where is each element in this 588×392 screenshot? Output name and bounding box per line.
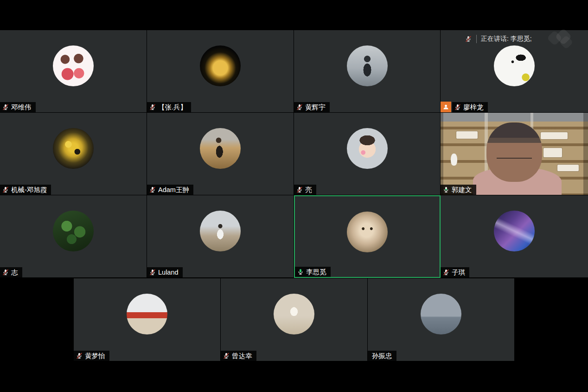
avatar — [53, 45, 94, 86]
participant-tile[interactable]: 孙振忠 — [368, 278, 514, 361]
avatar — [200, 211, 241, 251]
avatar — [53, 211, 94, 251]
participant-tile[interactable]: 机械-邓旭霞 — [0, 113, 147, 195]
participant-tile[interactable]: 曾达幸 — [221, 278, 367, 361]
mic-muted-icon — [296, 186, 303, 193]
mic-muted-icon — [2, 186, 9, 193]
nameplate: 孙振忠 — [368, 351, 396, 361]
nameplate: 子琪 — [441, 267, 469, 277]
nameplate: 曾达幸 — [221, 351, 256, 361]
participant-name: 黄梦怡 — [85, 351, 105, 361]
mic-muted-icon — [76, 352, 83, 360]
avatar — [200, 45, 241, 86]
participant-name: 志 — [11, 267, 18, 277]
book-decor — [557, 165, 579, 171]
nameplate: 邓维伟 — [0, 102, 36, 112]
participant-tile[interactable]: 郭建文 — [441, 113, 588, 195]
mic-muted-icon — [2, 269, 9, 276]
nameplate: 郭建文 — [441, 185, 476, 195]
avatar — [347, 45, 388, 86]
participant-name: 【张.兵】 — [158, 102, 187, 112]
participant-name: 黄辉宇 — [305, 102, 326, 112]
participant-name: Adam王翀 — [158, 185, 189, 195]
mic-muted-icon — [149, 269, 156, 276]
participant-tile[interactable]: Luland — [147, 195, 294, 277]
participant-tile-active-speaker[interactable]: 李思觅 — [294, 195, 441, 278]
participant-tile[interactable]: 亮 — [294, 113, 440, 195]
mic-muted-icon — [223, 352, 230, 360]
participant-name: 邓维伟 — [11, 102, 32, 112]
person-glasses — [497, 152, 532, 159]
participant-tile[interactable]: 志 — [0, 195, 147, 277]
video-feed — [441, 113, 588, 195]
speaking-indicator-text: 正在讲话: 李思觅; — [481, 35, 532, 43]
mic-active-icon — [297, 268, 304, 276]
avatar — [53, 128, 94, 169]
participant-tile[interactable]: 子琪 — [441, 195, 588, 277]
divider — [476, 35, 477, 43]
participant-name: 孙振忠 — [372, 351, 392, 361]
meeting-window: 邓维伟 【张.兵】 黄辉宇 廖梓龙 机械-邓旭霞 — [0, 0, 588, 392]
participant-tile[interactable]: 【张.兵】 — [147, 30, 294, 112]
participant-tile[interactable]: 邓维伟 — [0, 30, 147, 112]
nameplate: 机械-邓旭霞 — [0, 185, 51, 195]
nameplate: 廖梓龙 — [452, 102, 488, 112]
avatar — [200, 128, 241, 169]
participant-name: 亮 — [305, 185, 312, 195]
participant-name: 李思觅 — [306, 267, 326, 277]
nameplate: Adam王翀 — [147, 185, 193, 195]
participant-name: 机械-邓旭霞 — [11, 185, 47, 195]
vase-decor — [451, 154, 457, 166]
mic-on-icon — [442, 186, 450, 193]
nameplate: 黄辉宇 — [294, 102, 330, 112]
mic-muted-icon — [465, 35, 472, 43]
nameplate: Luland — [147, 267, 183, 277]
avatar — [421, 294, 461, 334]
avatar — [347, 128, 388, 169]
speaking-indicator: 正在讲话: 李思觅; — [465, 33, 532, 45]
nameplate: 【张.兵】 — [147, 102, 191, 112]
avatar — [274, 294, 314, 334]
nameplate: 亮 — [294, 185, 316, 195]
avatar — [347, 212, 388, 252]
mic-muted-icon — [2, 103, 9, 111]
participant-tile[interactable]: 黄梦怡 — [74, 278, 220, 361]
book-decor — [456, 131, 478, 139]
meeting-logo-watermark — [547, 30, 575, 49]
book-decor — [543, 148, 562, 157]
book-decor — [541, 132, 568, 139]
mic-muted-icon — [442, 269, 450, 276]
participant-name: 郭建文 — [452, 185, 472, 195]
avatar — [494, 45, 535, 86]
participant-name: 子琪 — [452, 267, 465, 277]
participant-name: 曾达幸 — [232, 351, 252, 361]
participant-name: 廖梓龙 — [463, 102, 484, 112]
mic-muted-icon — [454, 103, 461, 111]
participant-tile[interactable]: 黄辉宇 — [294, 30, 440, 112]
participant-tile[interactable]: Adam王翀 — [147, 113, 294, 195]
nameplate: 黄梦怡 — [74, 351, 109, 361]
mic-muted-icon — [149, 186, 156, 193]
nameplate: 李思觅 — [295, 267, 331, 277]
mic-muted-icon — [149, 103, 156, 111]
avatar — [127, 294, 167, 334]
participant-name: Luland — [158, 267, 179, 277]
nameplate: 志 — [0, 267, 22, 277]
mic-muted-icon — [296, 103, 303, 111]
avatar — [494, 211, 535, 251]
host-badge-icon — [441, 102, 451, 112]
